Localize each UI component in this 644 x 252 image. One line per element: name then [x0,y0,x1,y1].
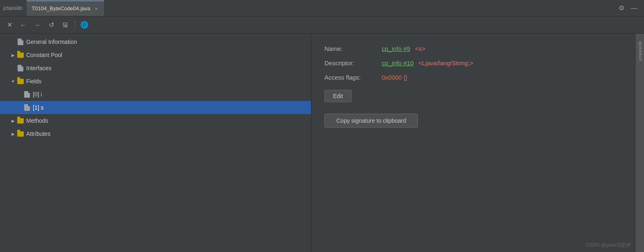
back-button[interactable]: ← [17,19,29,31]
folder-icon-methods [17,117,24,124]
folder-icon-attributes [17,131,24,137]
descriptor-value[interactable]: cp_info #10 [382,60,414,66]
arrow-expanded: ▼ [10,78,16,85]
file-icon-field1 [24,104,30,111]
tree-label-fields: Fields [26,78,41,85]
arrow-collapsed2: ▶ [10,117,16,124]
forward-button[interactable]: → [31,19,43,31]
watermark: CSDN @java/冯坚持 [585,242,631,249]
tree-label-attributes: Attributes [26,131,50,137]
close-button[interactable]: ✕ [3,19,16,31]
tree-label-methods: Methods [26,117,48,124]
right-tab-label[interactable]: jclasslib [637,38,642,64]
tree-label-field-0: [0] i [33,91,42,98]
detail-panel: Name: cp_info #9 <s> Descriptor: cp_info… [311,34,635,252]
refresh-icon: ↺ [49,21,54,29]
main-layout: General Information ▶ Constant Pool Inte… [0,34,644,252]
copy-signature-button[interactable]: Copy signature to clipboard [324,114,418,128]
tree-label-interfaces: Interfaces [26,65,51,71]
tab-label: T0104_ByteCode04.java [32,5,90,11]
arrow-none [10,39,16,45]
browser-icon: 🌐 [80,21,88,29]
file-icon [17,39,24,45]
edit-button-container: Edit [324,88,622,102]
tree-item-methods[interactable]: ▶ Methods [0,114,311,127]
name-label: Name: [324,45,382,52]
arrow-none3 [16,91,23,98]
name-value[interactable]: cp_info #9 [382,45,410,52]
app-title: jclasslib: [3,5,23,11]
copy-button-container: Copy signature to clipboard [324,112,622,128]
back-icon: ← [20,21,27,29]
tree-item-field-1[interactable]: [1] s [0,101,311,114]
arrow-collapsed3: ▶ [10,131,16,137]
toolbar: ✕ ← → ↺ 🖫 🌐 [0,16,644,34]
name-type: <s> [415,45,425,52]
access-flags-label: Access flags: [324,74,382,81]
edit-button[interactable]: Edit [324,90,351,102]
settings-icon[interactable]: ⚙ [619,4,624,12]
tree-item-interfaces[interactable]: Interfaces [0,62,311,75]
arrow-collapsed: ▶ [10,52,16,58]
tab-close-icon[interactable]: × [93,6,99,11]
title-bar: jclasslib: T0104_ByteCode04.java × ⚙ — [0,0,644,16]
tab[interactable]: T0104_ByteCode04.java × [27,0,104,16]
tree-item-attributes[interactable]: ▶ Attributes [0,127,311,140]
forward-icon: → [34,21,41,29]
tree-label-general: General Information [26,39,77,45]
title-actions: ⚙ — [619,4,637,12]
file-icon-field0 [24,91,30,98]
close-icon: ✕ [7,21,12,29]
save-icon: 🖫 [62,22,68,28]
tree-label-constant-pool: Constant Pool [26,52,62,58]
file-icon-interfaces [17,65,24,71]
folder-icon-fields [17,78,24,85]
minimize-icon[interactable]: — [631,5,637,12]
arrow-none2 [10,65,16,71]
tree-item-field-0[interactable]: [0] i [0,88,311,101]
tree-item-fields[interactable]: ▼ Fields [0,75,311,88]
folder-icon [17,52,24,58]
access-flags-value: 0x0000 [] [382,74,407,81]
tree-label-field-1: [1] s [33,104,43,111]
arrow-none4 [16,104,23,111]
tree-panel: General Information ▶ Constant Pool Inte… [0,34,311,252]
right-side-tab: jclasslib [635,34,644,252]
save-button[interactable]: 🖫 [59,19,71,31]
tree-item-general[interactable]: General Information [0,35,311,48]
browser-button[interactable]: 🌐 [78,19,91,31]
refresh-button[interactable]: ↺ [45,19,57,31]
access-flags-row: Access flags: 0x0000 [] [324,74,622,81]
name-row: Name: cp_info #9 <s> [324,45,622,52]
descriptor-row: Descriptor: cp_info #10 <Ljava/lang/Stri… [324,60,622,66]
tree-item-constant-pool[interactable]: ▶ Constant Pool [0,48,311,62]
descriptor-type: <Ljava/lang/String;> [419,60,473,66]
descriptor-label: Descriptor: [324,60,382,66]
toolbar-separator [75,21,75,30]
